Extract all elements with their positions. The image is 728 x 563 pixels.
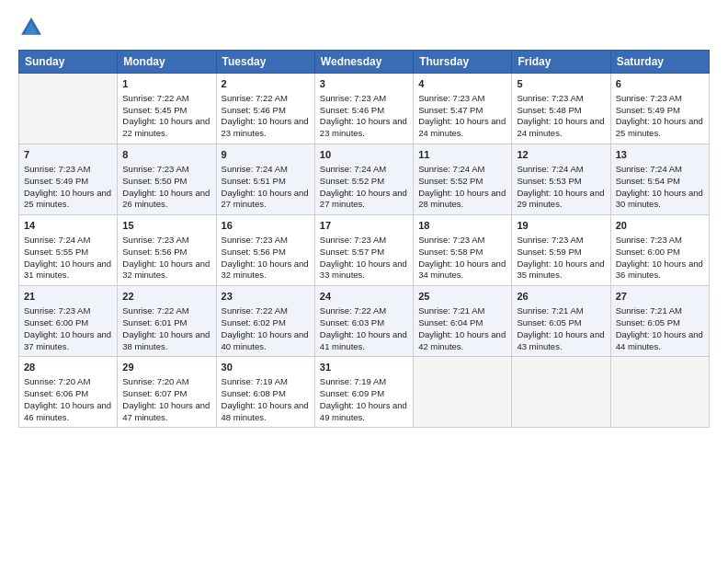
calendar-cell: 28Sunrise: 7:20 AMSunset: 6:06 PMDayligh… [19, 357, 118, 428]
day-number: 21 [24, 290, 112, 304]
sunrise-text: Sunrise: 7:23 AM [616, 235, 704, 247]
daylight-text: Daylight: 10 hours and 24 minutes. [418, 116, 506, 140]
daylight-text: Daylight: 10 hours and 48 minutes. [222, 400, 310, 424]
daylight-text: Daylight: 10 hours and 25 minutes. [24, 188, 112, 212]
day-number: 24 [320, 290, 408, 304]
sunset-text: Sunset: 5:49 PM [616, 105, 704, 117]
daylight-text: Daylight: 10 hours and 36 minutes. [616, 259, 704, 282]
sunrise-text: Sunrise: 7:22 AM [320, 305, 408, 317]
day-number: 15 [122, 219, 210, 233]
daylight-text: Daylight: 10 hours and 28 minutes. [418, 188, 506, 212]
sunset-text: Sunset: 5:58 PM [418, 247, 506, 259]
sunrise-text: Sunrise: 7:23 AM [418, 93, 506, 105]
day-number: 6 [616, 77, 704, 91]
day-number: 4 [418, 77, 506, 91]
sunrise-text: Sunrise: 7:22 AM [122, 305, 210, 317]
sunrise-text: Sunrise: 7:20 AM [24, 376, 112, 388]
sunset-text: Sunset: 5:54 PM [616, 176, 704, 188]
day-number: 16 [222, 219, 310, 233]
calendar-cell: 30Sunrise: 7:19 AMSunset: 6:08 PMDayligh… [216, 357, 314, 428]
logo [18, 15, 48, 40]
daylight-text: Daylight: 10 hours and 30 minutes. [616, 188, 704, 212]
sunrise-text: Sunrise: 7:24 AM [24, 235, 112, 247]
calendar-cell: 25Sunrise: 7:21 AMSunset: 6:04 PMDayligh… [414, 286, 512, 357]
day-number: 30 [222, 361, 310, 374]
sunrise-text: Sunrise: 7:22 AM [222, 305, 310, 317]
calendar-week-row: 1Sunrise: 7:22 AMSunset: 5:45 PMDaylight… [19, 74, 710, 144]
sunset-text: Sunset: 5:52 PM [320, 176, 408, 188]
sunrise-text: Sunrise: 7:21 AM [517, 305, 605, 317]
calendar-cell: 16Sunrise: 7:23 AMSunset: 5:56 PMDayligh… [216, 215, 314, 286]
daylight-text: Daylight: 10 hours and 40 minutes. [222, 329, 310, 353]
calendar-cell: 23Sunrise: 7:22 AMSunset: 6:02 PMDayligh… [216, 286, 314, 357]
sunrise-text: Sunrise: 7:24 AM [418, 164, 506, 176]
calendar-week-row: 21Sunrise: 7:23 AMSunset: 6:00 PMDayligh… [19, 286, 710, 357]
calendar-cell [610, 357, 709, 428]
calendar-cell: 4Sunrise: 7:23 AMSunset: 5:47 PMDaylight… [414, 74, 512, 144]
sunset-text: Sunset: 5:46 PM [320, 105, 408, 117]
day-number: 22 [122, 290, 210, 304]
day-number: 19 [517, 219, 605, 233]
daylight-text: Daylight: 10 hours and 27 minutes. [222, 188, 310, 212]
sunrise-text: Sunrise: 7:23 AM [122, 164, 210, 176]
daylight-text: Daylight: 10 hours and 35 minutes. [517, 259, 605, 282]
day-number: 10 [320, 148, 408, 162]
calendar-cell: 27Sunrise: 7:21 AMSunset: 6:05 PMDayligh… [610, 286, 709, 357]
day-number: 29 [122, 361, 210, 374]
daylight-text: Daylight: 10 hours and 42 minutes. [418, 329, 506, 353]
sunrise-text: Sunrise: 7:24 AM [320, 164, 408, 176]
daylight-text: Daylight: 10 hours and 23 minutes. [222, 116, 310, 140]
calendar-header-row: SundayMondayTuesdayWednesdayThursdayFrid… [19, 51, 710, 74]
day-number: 12 [517, 148, 605, 162]
calendar-cell: 3Sunrise: 7:23 AMSunset: 5:46 PMDaylight… [314, 74, 413, 144]
daylight-text: Daylight: 10 hours and 49 minutes. [320, 400, 408, 424]
daylight-text: Daylight: 10 hours and 23 minutes. [320, 116, 408, 140]
sunset-text: Sunset: 5:53 PM [517, 176, 605, 188]
daylight-text: Daylight: 10 hours and 47 minutes. [122, 400, 210, 424]
daylight-text: Daylight: 10 hours and 43 minutes. [517, 329, 605, 353]
day-number: 3 [320, 77, 408, 91]
sunset-text: Sunset: 6:02 PM [222, 317, 310, 329]
calendar-cell: 14Sunrise: 7:24 AMSunset: 5:55 PMDayligh… [19, 215, 118, 286]
sunrise-text: Sunrise: 7:22 AM [222, 93, 310, 105]
daylight-text: Daylight: 10 hours and 46 minutes. [24, 400, 112, 424]
daylight-text: Daylight: 10 hours and 31 minutes. [24, 259, 112, 282]
sunset-text: Sunset: 5:46 PM [222, 105, 310, 117]
calendar-cell: 1Sunrise: 7:22 AMSunset: 5:45 PMDaylight… [118, 74, 216, 144]
col-header-sunday: Sunday [19, 51, 118, 74]
calendar-week-row: 7Sunrise: 7:23 AMSunset: 5:49 PMDaylight… [19, 144, 710, 215]
sunset-text: Sunset: 6:08 PM [222, 388, 310, 400]
sunset-text: Sunset: 6:00 PM [24, 317, 112, 329]
header [18, 15, 710, 40]
daylight-text: Daylight: 10 hours and 29 minutes. [517, 188, 605, 212]
sunset-text: Sunset: 6:00 PM [616, 247, 704, 259]
day-number: 25 [418, 290, 506, 304]
sunrise-text: Sunrise: 7:21 AM [616, 305, 704, 317]
day-number: 28 [24, 361, 112, 374]
calendar-cell: 11Sunrise: 7:24 AMSunset: 5:52 PMDayligh… [414, 144, 512, 215]
sunset-text: Sunset: 5:56 PM [222, 247, 310, 259]
daylight-text: Daylight: 10 hours and 32 minutes. [122, 259, 210, 282]
sunrise-text: Sunrise: 7:23 AM [517, 93, 605, 105]
calendar-cell: 26Sunrise: 7:21 AMSunset: 6:05 PMDayligh… [512, 286, 610, 357]
col-header-tuesday: Tuesday [216, 51, 314, 74]
day-number: 14 [24, 219, 112, 233]
calendar-cell: 31Sunrise: 7:19 AMSunset: 6:09 PMDayligh… [314, 357, 413, 428]
day-number: 27 [616, 290, 704, 304]
daylight-text: Daylight: 10 hours and 41 minutes. [320, 329, 408, 353]
day-number: 1 [122, 77, 210, 91]
sunrise-text: Sunrise: 7:19 AM [222, 376, 310, 388]
day-number: 17 [320, 219, 408, 233]
daylight-text: Daylight: 10 hours and 37 minutes. [24, 329, 112, 353]
calendar-cell: 8Sunrise: 7:23 AMSunset: 5:50 PMDaylight… [118, 144, 216, 215]
col-header-wednesday: Wednesday [314, 51, 413, 74]
calendar-cell: 29Sunrise: 7:20 AMSunset: 6:07 PMDayligh… [118, 357, 216, 428]
calendar-cell: 9Sunrise: 7:24 AMSunset: 5:51 PMDaylight… [216, 144, 314, 215]
day-number: 5 [517, 77, 605, 91]
calendar-cell: 18Sunrise: 7:23 AMSunset: 5:58 PMDayligh… [414, 215, 512, 286]
calendar-cell: 7Sunrise: 7:23 AMSunset: 5:49 PMDaylight… [19, 144, 118, 215]
sunrise-text: Sunrise: 7:23 AM [24, 164, 112, 176]
day-number: 2 [222, 77, 310, 91]
sunrise-text: Sunrise: 7:21 AM [418, 305, 506, 317]
sunrise-text: Sunrise: 7:23 AM [616, 93, 704, 105]
